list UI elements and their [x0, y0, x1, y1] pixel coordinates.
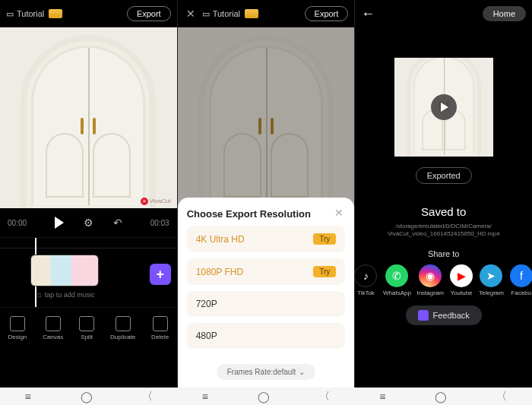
editor-topbar: ▭ Tutorial Export — [0, 0, 177, 27]
export-topbar: ✕ ▭ Tutorial Export — [178, 0, 355, 27]
chevron-down-icon: ⌄ — [299, 368, 305, 376]
youtube-icon: ▶ — [450, 264, 473, 287]
result-thumbnail[interactable] — [394, 58, 493, 157]
delete-icon — [153, 316, 168, 331]
sheet-close-icon[interactable]: ✕ — [334, 207, 344, 219]
home-icon[interactable]: ◯ — [81, 391, 93, 403]
toolbar: Design Canvas Split Duplicate Delete — [0, 307, 177, 348]
video-clip[interactable] — [30, 255, 99, 286]
tool-delete[interactable]: Delete — [151, 316, 169, 340]
duplicate-icon — [116, 316, 131, 331]
instagram-icon: ◉ — [419, 264, 442, 287]
tab-tutorial[interactable]: ▭ Tutorial — [6, 9, 44, 19]
door-graphic — [209, 46, 323, 205]
home-button[interactable]: Home — [483, 6, 526, 21]
preview-area[interactable]: ×VivaCut — [0, 27, 177, 208]
tool-canvas[interactable]: Canvas — [43, 316, 63, 340]
document-icon: ▭ — [202, 9, 210, 19]
preview-dimmed: ×VivaCut — [178, 27, 355, 208]
resolution-4k[interactable]: 4K Ultra HD Try — [187, 226, 346, 252]
timeline[interactable]: ♫ tap to add music + — [0, 237, 177, 307]
exported-badge: Exported — [416, 167, 472, 184]
play-overlay-icon[interactable] — [431, 94, 457, 120]
share-title: Share to — [428, 249, 460, 258]
editor-panel: ▭ Tutorial Export ×VivaCut 00:00 ⚙ ↶ 00:… — [0, 0, 177, 388]
recents-icon[interactable]: ≡ — [25, 391, 31, 403]
share-whatsapp[interactable]: ✆WhatsApp — [383, 264, 410, 296]
add-clip-button[interactable]: + — [150, 264, 171, 285]
settings-icon[interactable]: ⚙ — [84, 217, 93, 229]
tab-tutorial-2[interactable]: ▭ Tutorial — [202, 9, 240, 19]
time-current: 00:00 — [8, 219, 27, 227]
feedback-icon — [418, 310, 429, 321]
saved-topbar: ← Home — [355, 0, 532, 27]
recents-icon[interactable]: ≡ — [202, 391, 208, 403]
facebook-icon: f — [510, 264, 532, 287]
frame-rate-selector[interactable]: Frames Rate:default ⌄ — [217, 364, 316, 380]
resolution-480p[interactable]: 480P — [187, 323, 346, 349]
split-icon — [79, 316, 94, 331]
try-badge: Try — [313, 266, 336, 277]
telegram-icon: ➤ — [480, 264, 502, 287]
tiktok-icon: ♪ — [354, 264, 377, 287]
tool-duplicate[interactable]: Duplicate — [110, 316, 135, 340]
whatsapp-icon: ✆ — [385, 264, 408, 287]
export-sheet: Choose Export Resolution ✕ 4K Ultra HD T… — [178, 198, 355, 388]
home-icon[interactable]: ◯ — [435, 391, 447, 403]
undo-icon[interactable]: ↶ — [113, 217, 122, 229]
design-icon — [10, 316, 25, 331]
play-button[interactable] — [55, 217, 64, 229]
sheet-title: Choose Export Resolution — [187, 208, 346, 220]
feedback-button[interactable]: Feedback — [406, 305, 482, 325]
back-nav-icon[interactable]: 〈 — [319, 390, 330, 403]
export-button[interactable]: Export — [127, 6, 171, 21]
back-icon[interactable]: ← — [361, 6, 375, 22]
close-icon[interactable]: ✕ — [184, 8, 198, 20]
share-row: ♪TikTok ✆WhatsApp ◉Instagram ▶Youtube ➤T… — [355, 264, 532, 296]
share-instagram[interactable]: ◉Instagram — [416, 264, 444, 296]
playback-controls: 00:00 ⚙ ↶ 00:03 — [0, 208, 177, 237]
try-badge: Try — [313, 233, 336, 245]
music-icon: ♫ — [36, 291, 42, 299]
tab-label: Tutorial — [17, 9, 44, 18]
tool-split[interactable]: Split — [79, 316, 94, 340]
share-tiktok[interactable]: ♪TikTok — [354, 264, 377, 296]
time-total: 00:03 — [150, 219, 169, 227]
ruler — [0, 238, 177, 248]
saved-title: Saved to — [421, 205, 466, 218]
android-navbar: ≡ ◯ 〈 ≡ ◯ 〈 ≡ ◯ 〈 — [0, 388, 532, 405]
back-nav-icon[interactable]: 〈 — [496, 390, 507, 403]
share-facebook[interactable]: fFacebo — [510, 264, 532, 296]
home-icon[interactable]: ◯ — [258, 391, 270, 403]
crown-icon[interactable] — [49, 9, 62, 18]
resolution-1080p[interactable]: 1080P FHD Try — [187, 258, 346, 285]
clip-row — [30, 255, 99, 286]
resolution-720p[interactable]: 720P — [187, 291, 346, 317]
document-icon: ▭ — [6, 9, 14, 19]
canvas-icon — [46, 316, 61, 331]
back-nav-icon[interactable]: 〈 — [142, 390, 153, 403]
share-youtube[interactable]: ▶Youtube — [450, 264, 473, 296]
export-panel: ✕ ▭ Tutorial Export ×VivaCut Choose Expo… — [177, 0, 355, 388]
saved-path: /storage/emulated/0/DCIM/Camera/ VivaCut… — [378, 223, 509, 239]
export-button-2[interactable]: Export — [305, 6, 349, 21]
tool-design[interactable]: Design — [8, 316, 27, 340]
crown-icon[interactable] — [245, 9, 258, 18]
share-telegram[interactable]: ➤Telegram — [479, 264, 504, 296]
saved-panel: ← Home Exported Saved to /storage/emulat… — [354, 0, 532, 388]
recents-icon[interactable]: ≡ — [379, 391, 385, 403]
watermark[interactable]: ×VivaCut — [141, 198, 171, 205]
add-music-hint[interactable]: ♫ tap to add music — [36, 291, 95, 299]
door-graphic — [31, 46, 145, 205]
